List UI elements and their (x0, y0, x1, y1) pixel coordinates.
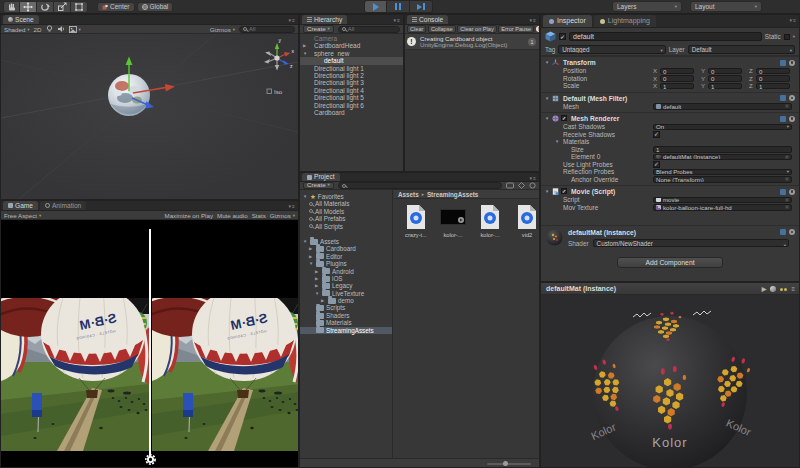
favorites-root[interactable]: ▼★Favorites (300, 193, 392, 200)
mov-texture-object-field[interactable]: kolor-balloon-icare-full-hd (653, 204, 792, 211)
console-clear-on-play-button[interactable]: Clear on Play (457, 25, 497, 33)
draw-mode-dropdown[interactable]: Shaded▾ (4, 26, 30, 33)
fold-open-icon[interactable]: ▼ (545, 94, 549, 103)
pivot-button[interactable]: Center (97, 2, 135, 12)
fold-closed-icon[interactable]: ▶ (315, 268, 320, 275)
hierarchy-item-cardboard[interactable]: Cardboard (300, 109, 403, 116)
open-asset-icon[interactable] (506, 182, 514, 189)
step-button[interactable] (410, 0, 433, 13)
label-icon[interactable] (518, 182, 525, 189)
audio-toggle-icon[interactable] (57, 25, 65, 33)
tree-scripts[interactable]: Scripts (300, 304, 392, 311)
scene-viewport[interactable]: y x z Iso (1, 34, 298, 199)
tree-plugins[interactable]: ▼Plugins (300, 260, 392, 267)
hierarchy-search-input[interactable]: All (338, 26, 400, 33)
tree-shaders[interactable]: Shaders (300, 312, 392, 319)
add-component-button[interactable]: Add Component (617, 257, 723, 268)
object-picker-icon[interactable] (785, 198, 789, 202)
transform-header[interactable]: ▼ Transform (541, 58, 799, 67)
aspect-dropdown[interactable]: Free Aspect▾ (4, 212, 41, 219)
fold-closed-icon[interactable]: ▶ (309, 245, 314, 252)
layout-dropdown[interactable]: Layout▾ (690, 1, 762, 12)
hierarchy-item-camera[interactable]: Camera (300, 35, 403, 42)
console-log-entry[interactable]: ! Creating Cardboard object UnityEngine.… (405, 34, 539, 50)
help-doc-icon[interactable] (780, 229, 786, 235)
fold-open-icon[interactable]: ▼ (545, 187, 549, 196)
tree-livetexture[interactable]: ▼LiveTexture (300, 290, 392, 297)
preview-sphere-icon[interactable] (770, 286, 776, 292)
console-error-pause-button[interactable]: Error Pause (498, 25, 534, 33)
stats-button[interactable]: Stats (252, 212, 266, 219)
object-picker-icon[interactable] (785, 205, 789, 209)
tab-console[interactable]: Console (407, 15, 448, 24)
mesh-filter-header[interactable]: ▼ Default (Mesh Filter) (541, 94, 799, 103)
panel-menu-icon[interactable]: ▾≡ (289, 203, 296, 209)
hierarchy-item-light1[interactable]: Directional light 1 (300, 65, 403, 72)
fold-closed-icon[interactable]: ▶ (321, 297, 326, 304)
move-tool-button[interactable] (20, 1, 37, 13)
tab-game[interactable]: Game (3, 201, 38, 210)
tab-inspector[interactable]: Inspector (543, 15, 592, 27)
gizmos-dropdown[interactable]: Gizmos▾ (210, 26, 235, 33)
shader-dropdown[interactable]: Custom/NewShader▾ (593, 239, 789, 247)
tree-ios[interactable]: ▶iOS (300, 275, 392, 282)
tree-cardboard[interactable]: ▶Cardboard (300, 245, 392, 252)
position-y-field[interactable]: 0 (708, 68, 742, 75)
space-button[interactable]: Global (137, 2, 174, 12)
mesh-renderer-header[interactable]: ▼ ✓ Mesh Renderer (541, 114, 799, 123)
receive-shadows-checkbox[interactable]: ✓ (653, 131, 660, 138)
tree-android[interactable]: ▶Android (300, 268, 392, 275)
maximize-on-play-button[interactable]: Maximize on Play (165, 212, 214, 219)
gear-icon[interactable] (789, 116, 795, 122)
reflection-probes-dropdown[interactable]: Blend Probes▾ (653, 169, 792, 176)
breadcrumb-assets[interactable]: Assets (398, 190, 419, 199)
favorite-icon[interactable] (529, 182, 536, 189)
use-light-probes-checkbox[interactable]: ✓ (653, 161, 660, 168)
object-picker-icon[interactable] (785, 104, 789, 108)
gameobject-name-field[interactable]: default (569, 32, 762, 41)
lighting-toggle-icon[interactable] (46, 25, 53, 33)
element0-object-field[interactable]: defaultMat (Instance) (653, 154, 792, 161)
fold-open-icon[interactable]: ▼ (545, 114, 549, 123)
rect-tool-button[interactable] (71, 1, 88, 13)
preview-play-icon[interactable]: ▶ (762, 283, 767, 295)
static-dropdown-icon[interactable]: ▾ (793, 34, 795, 39)
asset-kolor-1[interactable]: kolor-... (438, 203, 468, 238)
fold-open-icon[interactable]: ▼ (303, 238, 308, 245)
fold-closed-icon[interactable]: ▶ (309, 253, 314, 260)
thumbnail-zoom-slider[interactable] (487, 463, 531, 465)
rotate-tool-button[interactable] (37, 1, 54, 13)
hierarchy-item-sphere-new[interactable]: ▼sphere_new (300, 50, 403, 57)
script-enabled-checkbox[interactable]: ✓ (561, 188, 567, 194)
asset-crazy-t[interactable]: crazy-t... (401, 203, 431, 238)
anchor-override-field[interactable]: None (Transform) (653, 176, 792, 183)
tab-hierarchy[interactable]: Hierarchy (302, 15, 347, 24)
slider-knob[interactable] (503, 461, 508, 466)
favorite-all-scripts[interactable]: All Scripts (300, 223, 392, 230)
panel-menu-icon[interactable]: ▾≡ (530, 17, 537, 23)
scale-y-field[interactable]: 1 (708, 83, 742, 90)
play-button[interactable] (364, 0, 387, 13)
project-create-button[interactable]: Create▾ (303, 182, 334, 189)
position-x-field[interactable]: 0 (660, 68, 694, 75)
gear-icon[interactable] (789, 229, 795, 235)
2d-toggle[interactable]: 2D (34, 26, 42, 33)
favorite-all-prefabs[interactable]: All Prefabs (300, 215, 392, 222)
tree-streamingassets[interactable]: StreamingAssets (300, 327, 392, 334)
gear-icon[interactable] (789, 95, 795, 101)
hierarchy-item-light4[interactable]: Directional light 4 (300, 87, 403, 94)
panel-menu-icon[interactable]: ▾≡ (394, 17, 401, 23)
script-object-field[interactable]: movie (653, 197, 792, 204)
help-doc-icon[interactable] (780, 116, 786, 122)
tab-animation[interactable]: Animation (40, 201, 86, 210)
layers-dropdown[interactable]: Layers▾ (612, 1, 682, 12)
rotation-x-field[interactable]: 0 (660, 75, 694, 82)
console-collapse-button[interactable]: Collapse (428, 25, 456, 33)
layer-dropdown[interactable]: Default▾ (688, 45, 795, 54)
help-doc-icon[interactable] (780, 60, 786, 66)
fold-closed-icon[interactable]: ▶ (315, 282, 320, 289)
object-picker-icon[interactable] (785, 155, 789, 159)
tag-dropdown[interactable]: Untagged▾ (558, 45, 665, 54)
rotation-z-field[interactable]: 0 (756, 75, 790, 82)
asset-vid2[interactable]: vid2 (512, 203, 540, 238)
